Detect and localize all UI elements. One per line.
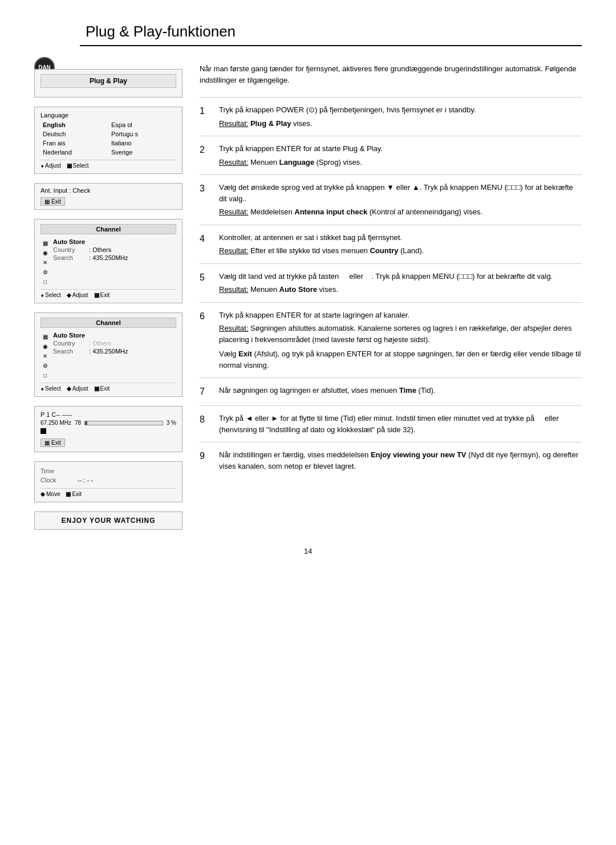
antenna-exit: ▦ Exit (40, 197, 65, 206)
ch1-adjust-icon: ◆ (67, 292, 71, 298)
resultat-label-6: Resultat: (219, 324, 248, 332)
progress-exit: ▦ Exit (40, 438, 65, 447)
ch1-adjust-label: Adjust (72, 292, 88, 298)
step-9-content: Når indstillingen er færdig, vises medde… (219, 449, 582, 472)
step-7: 7 Når søgningen og lagringen er afslutte… (200, 377, 582, 405)
step-5: 5 Vælg dit land ved at trykke på tasten … (200, 263, 582, 302)
step-6-content: Tryk på knappen ENTER for at starte lagr… (219, 310, 582, 371)
left-column: Plug & Play Language English Espa ol Deu… (34, 69, 183, 530)
ch2-select-label: Select (45, 385, 61, 392)
resultat-label-1: Resultat: (219, 119, 248, 128)
ch2-select: ⬧ Select (40, 385, 61, 392)
progress-exit-row: ▦ Exit (40, 438, 176, 447)
ch2-icon-tv: ▦ (40, 332, 50, 340)
time-move: ◆ Move (40, 491, 60, 497)
step-2: 2 Tryk på knappen ENTER for at starte Pl… (200, 136, 582, 174)
step-3-content: Vælg det ønskede sprog ved at trykke på … (219, 182, 582, 218)
lang-espanol: Espa ol (109, 121, 176, 129)
adjust-item: ⬧ Adjust (40, 162, 61, 169)
ch1-exit-icon: ▦ (94, 292, 99, 298)
exit-icon: ▦ (44, 198, 50, 205)
progress-cursor (40, 428, 46, 434)
ch2-icon-audio: ◉ (40, 342, 50, 350)
enjoy-box: ENJOY YOUR WATCHING (34, 511, 183, 530)
step-7-num: 7 (200, 385, 211, 399)
channel2-box: Channel ▦ ◉ ✕ ⚙ □ Auto Store Country : O… (34, 312, 183, 397)
channel1-box: Channel ▦ ◉ ✕ ⚙ □ Auto Store Country : O… (34, 219, 183, 303)
time-footer: ◆ Move ▦ Exit (40, 488, 176, 497)
channel2-inner: ▦ ◉ ✕ ⚙ □ Auto Store Country : Others Se… (40, 331, 176, 379)
channel2-icons: ▦ ◉ ✕ ⚙ □ (40, 331, 50, 379)
ch-icon-audio: ◉ (40, 249, 50, 257)
adjust-icon: ⬧ (40, 162, 44, 169)
ch2-search: Search : 435.250MHz (53, 347, 176, 355)
antenna-label: Ant. Input : Check (40, 187, 176, 194)
ch1-exit: ▦ Exit (94, 292, 110, 298)
step-8: 8 Tryk på ◄ eller ► for at flytte til ti… (200, 405, 582, 442)
step-7-text: Når søgningen og lagringen er afsluttet,… (219, 386, 435, 395)
channel1-rows: Auto Store Country : Others Search : 435… (53, 238, 176, 262)
step-6-resultat: Resultat: Søgningen afsluttes automatisk… (219, 323, 582, 345)
step-4-resultat: Resultat: Efter et lille stykke tid vise… (219, 245, 582, 257)
ch2-icon-cc: □ (40, 371, 50, 379)
step-3: 3 Vælg det ønskede sprog ved at trykke p… (200, 174, 582, 225)
step-1-text: Tryk på knappen POWER (⊙) på fjernbetjen… (219, 105, 476, 114)
ch2-exit-label: Exit (100, 385, 110, 392)
channel1-inner: ▦ ◉ ✕ ⚙ □ Auto Store Country : Others Se… (40, 238, 176, 286)
time-exit-icon: ▦ (66, 491, 71, 497)
step-6: 6 Tryk på knappen ENTER for at starte la… (200, 302, 582, 378)
step-5-text: Vælg dit land ved at trykke på tasten el… (219, 272, 553, 281)
progress-freq: 67.250 MHz (40, 420, 71, 426)
select-item: ▦ Select (67, 162, 89, 169)
step-6-extra: Vælg Exit (Afslut), og tryk på knappen E… (219, 348, 582, 371)
channel2-footer: ⬧ Select ◆ Adjust ▦ Exit (40, 383, 176, 392)
ch2-country: Country : Others (53, 339, 176, 347)
step-4-content: Kontroller, at antennen er sat i stikket… (219, 232, 582, 257)
select-icon: ▦ (67, 162, 72, 169)
ch1-search: Search : 435.250MHz (53, 254, 176, 262)
step-8-num: 8 (200, 413, 211, 435)
step-1: 1 Tryk på knappen POWER (⊙) på fjernbetj… (200, 97, 582, 136)
step-6-text: Tryk på knappen ENTER for at starte lagr… (219, 311, 410, 319)
language-footer: ⬧ Adjust ▦ Select (40, 160, 176, 169)
ch2-adjust-icon: ◆ (67, 385, 71, 392)
ch2-select-icon: ⬧ (40, 385, 44, 392)
step-7-bold: Time (399, 386, 416, 395)
progress-bar-outer (84, 421, 163, 425)
step-1-content: Tryk på knappen POWER (⊙) på fjernbetjen… (219, 104, 582, 129)
time-box: Time Clock -- : - - ◆ Move ▦ Exit (34, 461, 183, 502)
lang-deutsch: Deutsch (40, 130, 108, 138)
language-label: Language (40, 112, 176, 119)
step-4-num: 4 (200, 232, 211, 257)
step-1-bold: Plug & Play (250, 119, 291, 128)
progress-box: P 1 C-- ----- 67.250 MHz 78 3 % ▦ Exit (34, 406, 183, 452)
resultat-label-5: Resultat: (219, 285, 248, 294)
step-4-bold: Country (370, 246, 398, 255)
progress-exit-label: Exit (51, 440, 61, 446)
select-label: Select (73, 162, 89, 169)
clock-value: -- : - - (78, 477, 93, 484)
page-title: Plug & Play-funktionen (80, 23, 582, 46)
time-move-icon: ◆ (40, 491, 45, 497)
channel1-footer: ⬧ Select ◆ Adjust ▦ Exit (40, 289, 176, 298)
step-3-resultat: Resultat: Meddelelsen Antenna input chec… (219, 206, 582, 218)
ch-icon-tv: ▦ (40, 239, 50, 247)
lang-italiano: Italiano (109, 139, 176, 147)
step-2-content: Tryk på knappen ENTER for at starte Plug… (219, 143, 582, 168)
step-3-bold: Antenna input check (294, 208, 367, 216)
channel2-rows: Auto Store Country : Others Search : 435… (53, 331, 176, 355)
progress-channel: 78 (75, 420, 81, 426)
resultat-label-4: Resultat: (219, 246, 248, 255)
language-box: Language English Espa ol Deutsch Portugu… (34, 107, 183, 174)
step-2-bold: Language (279, 158, 314, 166)
step-8-text: Tryk på ◄ eller ► for at flytte til time… (219, 414, 567, 434)
step-1-num: 1 (200, 104, 211, 129)
ch-icon-settings: ⚙ (40, 268, 50, 276)
adjust-label: Adjust (45, 162, 61, 169)
ch-icon-x: ✕ (40, 258, 50, 266)
progress-bar-row: 67.250 MHz 78 3 % (40, 420, 176, 426)
ch2-exit-icon: ▦ (94, 385, 99, 392)
ch1-select: ⬧ Select (40, 292, 61, 298)
lang-nederland: Nederland (40, 148, 108, 156)
page-number: 14 (34, 547, 582, 555)
